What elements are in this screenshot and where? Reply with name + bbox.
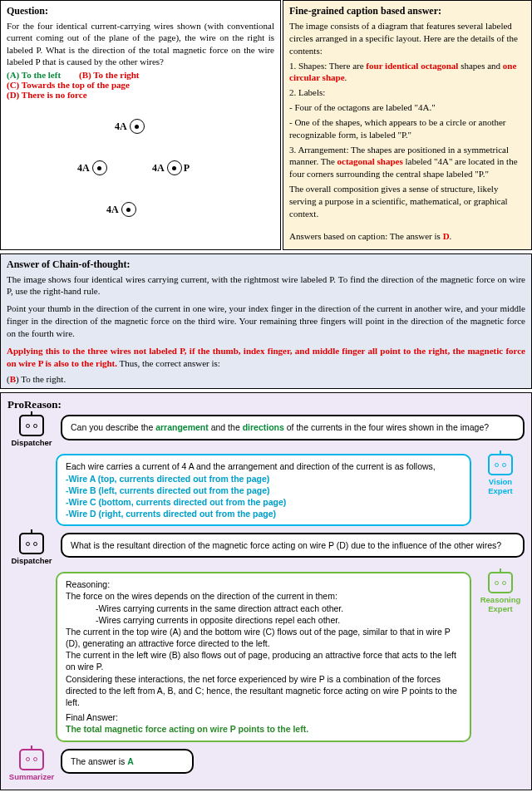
reasoning-subline: -Wires carrying currents in opposite dir… <box>66 614 461 626</box>
bubble-text: of the currents in the four wires shown … <box>284 422 489 432</box>
caption-answer-text: . <box>450 231 452 241</box>
bubble-emphasis: directions <box>243 422 284 432</box>
summarizer-answer: A <box>127 756 134 766</box>
summarizer-row: Summarizer The answer is A <box>7 749 525 781</box>
vision-label: Vision Expert <box>476 477 525 495</box>
proreason-panel: ProReason: Dispatcher Can you describe t… <box>0 392 532 790</box>
cot-heading: Answer of Chain-of-thought: <box>7 258 525 271</box>
wire-top-label: 4A <box>115 121 127 133</box>
wire-left-label: 4A <box>77 162 90 175</box>
vision-item: -Wire C (bottom, currents directed out f… <box>66 496 461 508</box>
out-of-page-icon <box>121 202 136 217</box>
option-d: (D) There is no force <box>7 90 274 100</box>
vision-item: -Wire A (top, currents directed out from… <box>66 473 461 485</box>
reasoning-line: Considering these interactions, the net … <box>66 673 461 709</box>
caption-line: 2. Labels: <box>289 86 525 99</box>
wire-p-label: P <box>184 162 190 175</box>
cot-paragraph: Applying this to the three wires not lab… <box>7 345 525 370</box>
vision-row: Each wire carries a current of 4 A and t… <box>7 454 525 526</box>
reasoning-line: The current in the top wire (A) and the … <box>66 626 461 649</box>
summarizer-label: Summarizer <box>9 772 54 781</box>
dispatcher-bubble: Can you describe the arrangement and the… <box>61 415 525 440</box>
reasoning-header: Reasoning: <box>66 578 461 590</box>
caption-line: - One of the shapes, which appears to be… <box>289 116 525 141</box>
vision-bubble: Each wire carries a current of 4 A and t… <box>56 454 471 526</box>
question-panel: Question: For the four identical current… <box>0 0 281 250</box>
out-of-page-icon <box>92 160 107 175</box>
dispatcher-bubble: What is the resultant direction of the m… <box>61 533 525 558</box>
question-heading: Question: <box>7 5 274 17</box>
option-b: (B) To the right <box>79 70 139 80</box>
caption-line: The overall composition gives a sense of… <box>289 183 525 220</box>
caption-heading: Fine-grained caption based answer: <box>289 5 525 17</box>
out-of-page-icon <box>130 119 145 134</box>
robot-icon <box>19 749 44 770</box>
cot-answer-text: ) To the right. <box>16 374 66 384</box>
option-a: (A) To the left <box>7 70 61 80</box>
caption-answer-text: Answers based on caption: The answer is <box>289 231 443 241</box>
out-of-page-icon <box>167 160 182 175</box>
caption-panel: Fine-grained caption based answer: The i… <box>283 0 532 250</box>
proreason-title: ProReason: <box>7 398 525 411</box>
cot-error: Applying this to the three wires not lab… <box>7 346 525 368</box>
vision-agent: Vision Expert <box>476 454 525 495</box>
reasoning-final-label: Final Answer: <box>66 711 461 723</box>
summarizer-text: The answer is <box>71 756 127 766</box>
wire-bottom: 4A <box>106 202 136 217</box>
option-c: (C) Towards the top of the page <box>7 80 274 90</box>
reasoning-final-answer: The total magnetic force acting on wire … <box>66 723 461 735</box>
reasoning-subline: -Wires carrying currents in the same dir… <box>66 603 461 614</box>
cot-paragraph: The image shows four identical wires car… <box>7 273 525 298</box>
caption-line: 3. Arrangement: The shapes are positione… <box>289 144 525 181</box>
reasoning-row: Reasoning: The force on the wires depend… <box>7 572 525 741</box>
bubble-emphasis: arrangement <box>155 422 209 432</box>
bubble-text: and the <box>209 422 243 432</box>
dispatcher-label: Dispatcher <box>11 556 52 565</box>
cot-answer-letter: B <box>10 374 16 384</box>
question-text: For the four identical current-carrying … <box>7 20 274 67</box>
robot-icon <box>19 533 44 554</box>
bubble-text: Can you describe the <box>71 422 155 432</box>
vision-item: -Wire D (right, currents directed out fr… <box>66 508 461 519</box>
wire-left: 4A <box>77 160 107 175</box>
dispatcher-row-2: Dispatcher What is the resultant directi… <box>7 533 525 565</box>
dispatcher-row-1: Dispatcher Can you describe the arrangem… <box>7 415 525 447</box>
reasoning-agent: Reasoning Expert <box>476 572 525 613</box>
caption-text: 1. Shapes: There are <box>289 61 366 71</box>
summarizer-agent: Summarizer <box>7 749 56 781</box>
wire-top: 4A <box>115 119 145 134</box>
caption-text: . <box>345 72 347 82</box>
caption-line: The image consists of a diagram that fea… <box>289 20 525 57</box>
caption-text: shapes and <box>458 61 502 71</box>
vision-intro: Each wire carries a current of 4 A and t… <box>66 460 461 472</box>
cot-text: Thus, the correct answer is: <box>117 358 220 368</box>
caption-answer: Answers based on caption: The answer is … <box>289 230 525 243</box>
caption-error: four identical octagonal <box>366 61 458 71</box>
caption-answer-letter: D <box>443 231 450 241</box>
robot-icon <box>488 454 513 475</box>
reasoning-line: The force on the wires depends on the di… <box>66 590 461 602</box>
options-row-1: (A) To the left (B) To the right <box>7 70 274 80</box>
wire-right-label: 4A <box>152 162 165 175</box>
cot-paragraph: Point your thumb in the direction of the… <box>7 303 525 340</box>
reasoning-label: Reasoning Expert <box>476 595 525 613</box>
vision-item: -Wire B (left, currents directed out fro… <box>66 485 461 496</box>
reasoning-bubble: Reasoning: The force on the wires depend… <box>56 572 471 741</box>
caption-line: 1. Shapes: There are four identical octa… <box>289 60 525 85</box>
robot-icon <box>19 415 44 436</box>
caption-error: octagonal shapes <box>337 156 403 166</box>
reasoning-line: The current in the left wire (B) also fl… <box>66 649 461 672</box>
cot-panel: Answer of Chain-of-thought: The image sh… <box>0 253 532 390</box>
wire-bottom-label: 4A <box>106 204 119 216</box>
dispatcher-label: Dispatcher <box>11 438 52 447</box>
robot-icon <box>488 572 513 593</box>
cot-answer: (B) To the right. <box>7 374 525 384</box>
dispatcher-agent: Dispatcher <box>7 533 56 565</box>
dispatcher-agent: Dispatcher <box>7 415 56 447</box>
wire-right: 4A P <box>152 160 190 175</box>
caption-line: - Four of the octagons are labeled "4A." <box>289 101 525 114</box>
wire-diagram: 4A 4A 4A P 4A <box>7 115 274 244</box>
summarizer-bubble: The answer is A <box>61 749 194 774</box>
